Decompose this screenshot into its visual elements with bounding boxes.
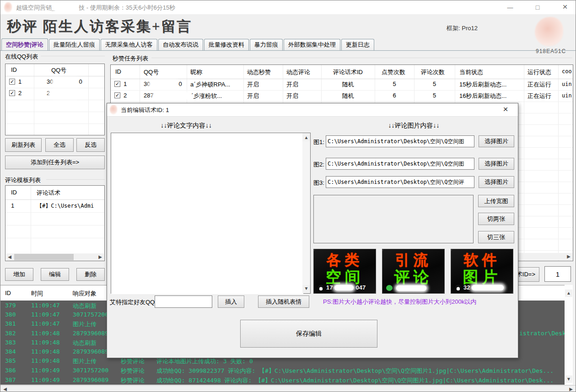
image3-path-input[interactable] (326, 176, 474, 188)
window-title: 超级空间营销_ (16, 4, 55, 11)
task-row-script: 随机 (321, 92, 375, 100)
promo-thumb-comment: 引流 评论 (382, 249, 445, 294)
cut-two-button[interactable]: 切两张 (478, 213, 514, 225)
image2-choose-button[interactable]: 选择图片 (479, 158, 514, 170)
row-divider (5, 100, 104, 100)
insert-random-emoji-button[interactable]: 插入随机表情 (258, 295, 309, 308)
add-to-task-list-button[interactable]: 添加到任务列表=> (5, 156, 105, 169)
app-window: 超级空间营销_技 - 使用期剩余：35天6小时6分15秒 — □ × 秒评 陌生… (0, 0, 576, 392)
dialog-titlebar: 当前编辑话术ID: 1 × (107, 103, 518, 117)
log-row[interactable]: 38711:09:492879396089秒赞评论成功给QQ: 87142449… (0, 376, 565, 385)
tab-force-trace[interactable]: 暴力留痕 (250, 39, 283, 50)
script-id-input[interactable] (544, 266, 571, 282)
window-hscrollbar[interactable]: ◀ ▶ (0, 385, 576, 392)
task-list-title: 秒赞任务列表 (113, 54, 148, 63)
table-row[interactable]: ✓ 1 300 (5, 77, 105, 88)
log-vscrollbar[interactable]: ▲ ▼ (565, 285, 573, 385)
textarea-vscrollbar[interactable]: ▲ ▼ (302, 133, 310, 293)
framework-label: 框架: Pro12 (447, 24, 478, 32)
tab-external-data[interactable]: 外部数据集中处理 (284, 39, 340, 50)
header-band: 秒评 陌生人访客采集+留言 框架: Pro12 (0, 14, 576, 39)
tab-batch-stranger-trace[interactable]: 批量陌生人留痕 (49, 39, 100, 50)
task-row-qq: 287 (144, 92, 154, 99)
dialog-close-button[interactable]: × (500, 104, 511, 115)
dialog-icon (110, 105, 117, 114)
task-col-nick: 昵称 (190, 68, 202, 76)
tab-space-like-comment[interactable]: 空间秒赞|评论 (1, 38, 48, 50)
insert-button[interactable]: 插入 (218, 295, 244, 308)
row-divider (5, 212, 104, 213)
template-edit-button[interactable]: 编辑 (41, 268, 69, 281)
template-hscrollbar[interactable]: ◀ ▶ (6, 253, 104, 261)
app-icon (4, 2, 12, 12)
task-row-likes: 6 (375, 92, 414, 99)
row-checkbox[interactable]: ✓ (9, 90, 15, 96)
censored-qq (150, 81, 178, 87)
task-row-cmts: 5 (414, 81, 455, 87)
scroll-left-icon[interactable]: ◀ (1, 386, 9, 392)
table-row[interactable]: ✓ 2 287 ˊ彡涨粉软... 开启 开启 随机 6 5 16秒后刷新动态..… (111, 91, 573, 102)
image1-choose-button[interactable]: 选择图片 (479, 135, 514, 147)
task-row-run: 正在运行 (528, 92, 551, 100)
scroll-up-icon[interactable]: ▲ (302, 134, 310, 141)
log-row[interactable]: 38611:09:493071757200秒赞评论成功给QQ: 30998223… (0, 367, 565, 376)
table-row[interactable]: ✓ 1 300 aˊ彡神硕RPA... 开启 开启 随机 5 5 15秒后刷新动… (111, 79, 573, 91)
online-qq-table: ID QQ号 ✓ 1 300 ✓ 2 2 (5, 64, 105, 135)
task-col-id: ID (115, 68, 121, 75)
row-checkbox[interactable]: ✓ (114, 81, 120, 87)
task-row-status: 15秒后刷新动态... (459, 81, 506, 89)
online-row-qq: 30 (47, 78, 53, 85)
task-col-likes: 点赞次数 (382, 68, 405, 76)
at-friend-qq-input[interactable] (155, 295, 212, 308)
image2-path-input[interactable] (326, 158, 474, 170)
log-row[interactable]: 38511:09:48图片上传秒赞评论评论本地图片上传成功: 3 失败: 0 (0, 357, 565, 366)
task-row-id: 2 (124, 92, 127, 99)
task-row-nick: ˊ彡涨粉软... (191, 92, 222, 100)
template-col-id: ID (11, 189, 17, 196)
save-edit-button[interactable]: 保存编辑 (240, 320, 377, 348)
select-all-button[interactable]: 全选 (45, 138, 74, 152)
image1-path-input[interactable] (326, 135, 474, 147)
minimize-button[interactable]: — (504, 2, 517, 12)
tab-batch-edit-profile[interactable]: 批量修改资料 (204, 39, 249, 50)
scroll-down-icon[interactable]: ▼ (565, 376, 572, 383)
upload-wide-image-button[interactable]: 上传宽图 (478, 195, 514, 207)
invert-selection-button[interactable]: 反选 (76, 138, 105, 152)
row-checkbox[interactable]: ✓ (114, 92, 120, 98)
task-row-script: 随机 (321, 81, 375, 89)
scroll-left-icon[interactable]: ◀ (6, 253, 13, 261)
promo-thumb-software: 软件 图片 32 (451, 249, 513, 294)
ps-note: PS:图片大小越小评论越快，尽量控制图片大小到200k以内 (323, 298, 476, 306)
set-script-id-label: 术ID=> (517, 270, 535, 279)
comment-text-input[interactable] (111, 133, 303, 294)
maximize-button[interactable]: □ (531, 2, 544, 12)
task-row-qq: 30 (144, 81, 150, 87)
scroll-right-icon[interactable]: ▶ (565, 253, 572, 260)
wechat-icon (386, 285, 393, 291)
image3-choose-button[interactable]: 选择图片 (479, 176, 514, 188)
close-button[interactable]: × (559, 1, 571, 12)
log-msg: 成功给QQ: 871424498 评论内容: 【#】C:\Users\Admin… (156, 376, 554, 385)
image-row-1: 图1: 选择图片 (313, 135, 514, 147)
image3-label: 图3: (313, 179, 324, 187)
table-row[interactable]: 1 【#】C:\Users\Admi (5, 200, 104, 212)
task-row-sec-cmt: 开启 (286, 92, 298, 100)
template-add-button[interactable]: 增加 (5, 268, 33, 281)
tab-collect-visitors[interactable]: 无限采集他人访客 (101, 39, 157, 50)
scroll-down-icon[interactable]: ▼ (302, 285, 310, 292)
online-col-qq: QQ号 (51, 66, 66, 75)
scroll-right-icon[interactable]: ▶ (97, 253, 104, 261)
tab-auto-post[interactable]: 自动发布说说 (158, 39, 203, 50)
row-checkbox[interactable]: ✓ (9, 79, 15, 85)
window-titlebar: 超级空间营销_技 - 使用期剩余：35天6小时6分15秒 — □ × (0, 0, 576, 15)
cut-three-button[interactable]: 切三张 (478, 231, 514, 243)
scroll-up-icon[interactable]: ▲ (565, 290, 572, 297)
template-list-title: 评论模板列表 (5, 176, 41, 184)
tab-changelog[interactable]: 更新日志 (341, 39, 374, 50)
scroll-thumb[interactable] (14, 254, 74, 260)
table-row[interactable]: ✓ 2 2 (5, 88, 105, 100)
refresh-list-button[interactable]: 刷新列表 (5, 138, 42, 152)
template-delete-button[interactable]: 删除 (76, 268, 105, 281)
scroll-right-icon[interactable]: ▶ (567, 386, 575, 392)
online-col-id: ID (11, 66, 17, 73)
